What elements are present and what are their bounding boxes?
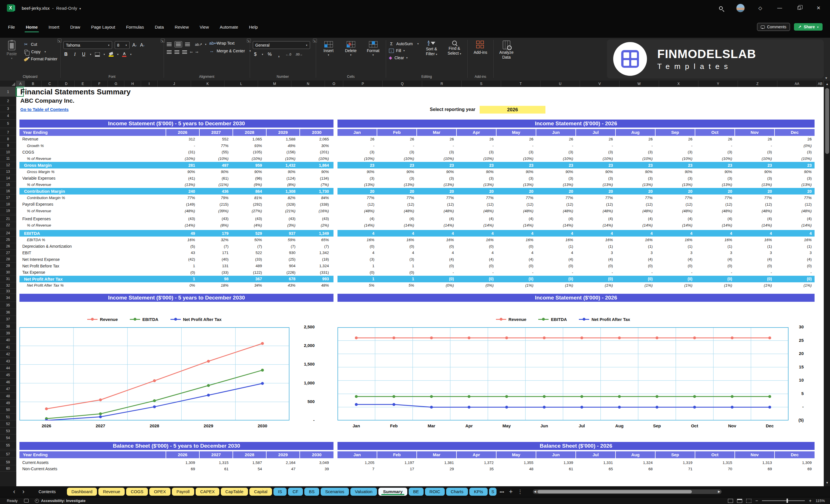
cell[interactable]: (0) bbox=[695, 277, 735, 281]
cell[interactable]: 16% bbox=[377, 238, 417, 242]
cell[interactable]: (4) bbox=[695, 217, 735, 221]
cell[interactable]: 3,049 bbox=[300, 461, 333, 465]
ribbon-tab-file[interactable]: File bbox=[7, 22, 15, 32]
cell[interactable]: 1,197 bbox=[377, 461, 417, 465]
cell[interactable]: (3) bbox=[338, 176, 377, 181]
cell[interactable]: 50% bbox=[233, 238, 266, 242]
cell[interactable]: (12) bbox=[695, 202, 735, 207]
cell[interactable]: 4 bbox=[695, 231, 735, 236]
cell[interactable]: (7) bbox=[300, 244, 333, 249]
column-header-H[interactable]: H bbox=[124, 81, 141, 87]
cell[interactable]: 26 bbox=[338, 137, 377, 141]
cell[interactable]: 77% bbox=[417, 196, 457, 200]
cell[interactable]: (4) bbox=[417, 217, 457, 221]
column-header-R[interactable]: R bbox=[422, 81, 461, 87]
cell[interactable]: 1,588 bbox=[266, 137, 300, 141]
row-header-25[interactable]: 25 bbox=[0, 237, 16, 243]
sheet-options-icon[interactable]: ⋮ bbox=[516, 489, 524, 495]
cell[interactable]: (4) bbox=[695, 257, 735, 261]
cell[interactable]: (3) bbox=[497, 150, 536, 154]
sheet-tab-valuation[interactable]: Valuation bbox=[350, 488, 377, 496]
cell[interactable]: 61 bbox=[536, 467, 576, 471]
cell[interactable]: 1 bbox=[166, 277, 200, 281]
underline-button[interactable]: U bbox=[81, 52, 86, 57]
cell[interactable]: (14%) bbox=[536, 223, 576, 227]
cell[interactable]: (201) bbox=[300, 150, 333, 154]
cell[interactable]: 17 bbox=[377, 467, 417, 471]
cell[interactable]: (156) bbox=[266, 150, 300, 154]
cell[interactable]: (13%) bbox=[735, 183, 775, 187]
cell[interactable]: (12) bbox=[775, 202, 815, 207]
row-header-35[interactable]: 35 bbox=[0, 302, 16, 309]
cell[interactable]: (0%) bbox=[775, 144, 815, 148]
cell[interactable]: 98 bbox=[200, 277, 233, 281]
cell[interactable]: 77% bbox=[338, 196, 377, 200]
cell[interactable]: (33) bbox=[233, 257, 266, 261]
cell[interactable]: (1) bbox=[735, 244, 775, 249]
line-chart-0[interactable] bbox=[20, 327, 289, 420]
cell[interactable]: - bbox=[536, 270, 576, 275]
cell[interactable]: (12) bbox=[735, 202, 775, 207]
more-sheets-icon[interactable]: ••• bbox=[498, 490, 506, 494]
cell[interactable]: (0) bbox=[457, 277, 497, 281]
cell[interactable]: (4%) bbox=[233, 223, 266, 227]
cell[interactable]: 77% bbox=[735, 196, 775, 200]
column-header-S[interactable]: S bbox=[461, 81, 501, 87]
cell[interactable]: (12) bbox=[457, 202, 497, 207]
cell[interactable]: 26 bbox=[735, 137, 775, 141]
sheet-tab-payroll[interactable]: Payroll bbox=[172, 488, 194, 496]
column-header-AB[interactable]: AB bbox=[817, 81, 824, 87]
cell[interactable]: 1,381 bbox=[417, 461, 457, 465]
cell[interactable]: (10%) bbox=[616, 156, 656, 161]
cell[interactable]: (48%) bbox=[695, 209, 735, 213]
cell[interactable]: (14%) bbox=[695, 223, 735, 227]
cell[interactable]: (10%) bbox=[695, 156, 735, 161]
cell[interactable]: (13%) bbox=[166, 183, 200, 187]
cell[interactable]: 20 bbox=[536, 189, 576, 194]
cell[interactable]: 3 bbox=[695, 251, 735, 255]
cell[interactable]: 489 bbox=[233, 264, 266, 268]
table-of-contents-link[interactable]: Go to Table of Contents bbox=[20, 107, 69, 112]
cell[interactable]: 90% bbox=[616, 169, 656, 174]
cell[interactable]: - bbox=[616, 144, 656, 148]
cell[interactable]: 69 bbox=[166, 467, 200, 471]
cell[interactable]: 20 bbox=[735, 189, 775, 194]
cell[interactable]: (4) bbox=[616, 217, 656, 221]
cell[interactable]: 1,324 bbox=[616, 461, 656, 465]
scroll-right-icon[interactable]: ▶ bbox=[718, 490, 720, 494]
cell[interactable]: 1 bbox=[166, 264, 200, 268]
cell[interactable]: 49 bbox=[166, 231, 200, 236]
cell[interactable]: (3) bbox=[417, 150, 457, 154]
column-header-W[interactable]: W bbox=[619, 81, 659, 87]
cell[interactable]: (14%) bbox=[775, 223, 815, 227]
cell[interactable]: 1,309 bbox=[166, 461, 200, 465]
cell[interactable]: 90% bbox=[536, 169, 576, 174]
cell[interactable]: (9%) bbox=[233, 183, 266, 187]
line-chart-1[interactable] bbox=[338, 327, 789, 420]
cell[interactable]: (338) bbox=[300, 202, 333, 207]
cell[interactable]: (0%) bbox=[417, 283, 457, 287]
cell[interactable]: - bbox=[457, 144, 497, 148]
row-header-55[interactable]: 55 bbox=[0, 441, 16, 449]
cell[interactable]: 20 bbox=[457, 189, 497, 194]
cell[interactable]: (13%) bbox=[497, 183, 536, 187]
cell[interactable]: 16% bbox=[338, 238, 377, 242]
cell[interactable]: (33) bbox=[200, 270, 233, 275]
cell[interactable]: 4 bbox=[576, 231, 616, 236]
cell[interactable]: (0) bbox=[417, 277, 457, 281]
cell[interactable]: 1,205 bbox=[338, 461, 377, 465]
fill-button[interactable]: ↓Fill▾ bbox=[389, 48, 419, 53]
cell[interactable]: - bbox=[735, 144, 775, 148]
cell[interactable]: 77% bbox=[200, 144, 233, 148]
cell[interactable]: 3 bbox=[656, 251, 695, 255]
cell[interactable]: 1,324 bbox=[300, 264, 333, 268]
cell[interactable]: - bbox=[338, 144, 377, 148]
cell[interactable]: (3) bbox=[457, 176, 497, 181]
cell[interactable]: 90% bbox=[735, 169, 775, 174]
cell[interactable]: 23 bbox=[417, 163, 457, 168]
search-icon[interactable] bbox=[717, 4, 725, 12]
cell[interactable]: (48%) bbox=[338, 209, 377, 213]
sheet-tab-dashboard[interactable]: Dashboard bbox=[67, 488, 97, 496]
insert-cells-button[interactable]: Insert▾ bbox=[319, 39, 338, 56]
cell[interactable]: (0) bbox=[497, 277, 536, 281]
